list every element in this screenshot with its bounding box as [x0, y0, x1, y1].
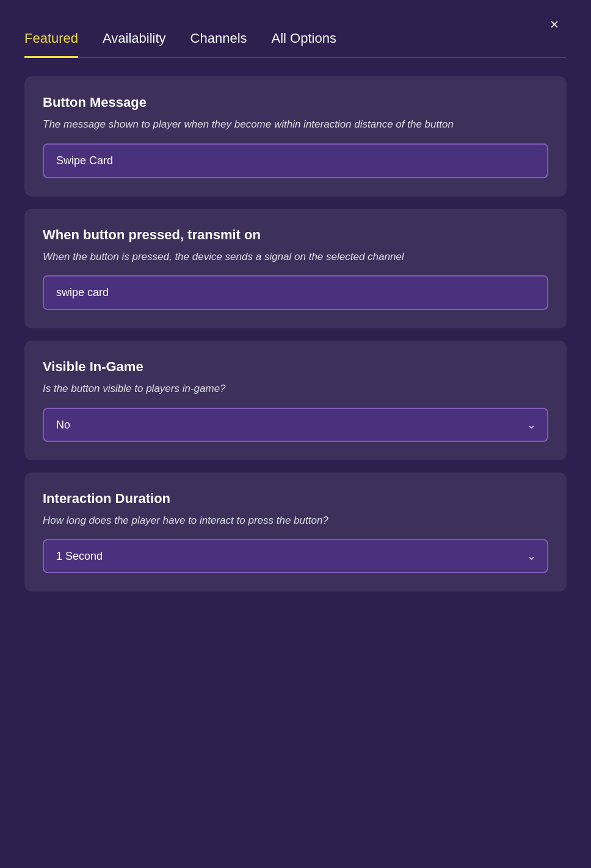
visible-in-game-description: Is the button visible to players in-game… [43, 381, 548, 397]
visible-in-game-select[interactable]: Yes No [43, 408, 548, 442]
visible-in-game-select-wrapper: Yes No ⌄ [43, 408, 548, 442]
button-message-input[interactable] [43, 143, 548, 178]
interaction-duration-card: Interaction Duration How long does the p… [24, 472, 567, 592]
visible-in-game-card: Visible In-Game Is the button visible to… [24, 341, 567, 460]
tab-availability[interactable]: Availability [103, 31, 166, 58]
content-area: Button Message The message shown to play… [24, 76, 567, 591]
transmit-on-input[interactable] [43, 275, 548, 310]
button-message-title: Button Message [43, 95, 548, 110]
transmit-on-card: When button pressed, transmit on When th… [24, 209, 567, 329]
interaction-duration-description: How long does the player have to interac… [43, 513, 548, 529]
tab-all-options[interactable]: All Options [272, 31, 336, 58]
tab-channels[interactable]: Channels [190, 31, 247, 58]
main-container: × Featured Availability Channels All Opt… [0, 0, 591, 616]
button-message-description: The message shown to player when they be… [43, 117, 548, 132]
interaction-duration-select[interactable]: 0 Seconds 0.5 Seconds 1 Second 1.5 Secon… [43, 539, 548, 573]
tabs-nav: Featured Availability Channels All Optio… [24, 31, 567, 58]
visible-in-game-title: Visible In-Game [43, 359, 548, 375]
tab-featured[interactable]: Featured [24, 31, 78, 58]
button-message-card: Button Message The message shown to play… [24, 76, 567, 197]
interaction-duration-title: Interaction Duration [43, 491, 548, 507]
transmit-on-description: When the button is pressed, the device s… [43, 249, 548, 265]
interaction-duration-select-wrapper: 0 Seconds 0.5 Seconds 1 Second 1.5 Secon… [43, 539, 548, 573]
transmit-on-title: When button pressed, transmit on [43, 227, 548, 243]
close-button[interactable]: × [542, 12, 567, 37]
